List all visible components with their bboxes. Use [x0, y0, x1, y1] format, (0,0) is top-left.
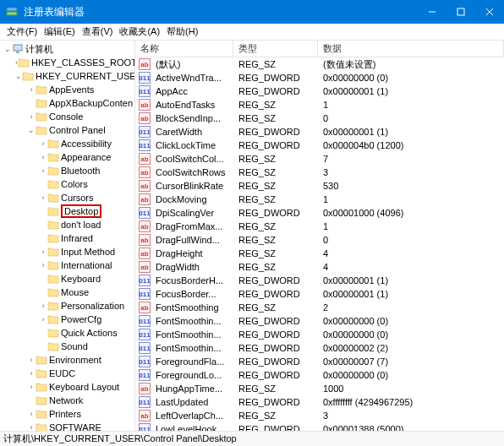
tree-node[interactable]: ⌄计算机: [0, 42, 134, 56]
tree-node[interactable]: ›AppEvents: [0, 83, 134, 96]
value-row[interactable]: ab(默认)REG_SZ(数值未设置): [135, 57, 504, 71]
value-row[interactable]: abCoolSwitchCol...REG_SZ7: [135, 152, 504, 166]
value-row[interactable]: abFontSmoothingREG_SZ2: [135, 301, 504, 314]
value-row[interactable]: abDragFromMax...REG_SZ1: [135, 220, 504, 233]
chevron-right-icon[interactable]: ›: [39, 247, 47, 256]
value-row[interactable]: abDragFullWind...REG_SZ0: [135, 233, 504, 247]
chevron-right-icon[interactable]: ›: [39, 302, 47, 310]
value-row[interactable]: 011AppAccREG_DWORD0x00000001 (1): [135, 84, 504, 98]
tree-node[interactable]: ›Appearance: [0, 150, 134, 164]
tree-pane[interactable]: ⌄计算机›HKEY_CLASSES_ROOT⌄HKEY_CURRENT_USER…: [0, 41, 135, 431]
value-row[interactable]: abDockMovingREG_SZ1: [135, 193, 504, 206]
chevron-right-icon[interactable]: ›: [39, 261, 47, 269]
value-row[interactable]: abCoolSwitchRowsREG_SZ3: [135, 166, 504, 179]
tree-node[interactable]: ›EUDC: [0, 367, 134, 380]
chevron-right-icon[interactable]: ›: [39, 193, 47, 202]
tree-node[interactable]: Infrared: [0, 231, 134, 245]
value-row[interactable]: abBlockSendInp...REG_SZ0: [135, 112, 504, 125]
tree-node[interactable]: ›Console: [0, 110, 134, 123]
tree-node[interactable]: ›Keyboard Layout: [0, 380, 134, 394]
value-row[interactable]: abCursorBlinkRateREG_SZ530: [135, 179, 504, 193]
tree-node[interactable]: ›Bluetooth: [0, 164, 134, 177]
value-row[interactable]: abLeftOverlapCh...REG_SZ3: [135, 409, 504, 422]
string-value-icon: ab: [139, 247, 151, 259]
tree-node[interactable]: don't load: [0, 218, 134, 231]
tree-node[interactable]: ⌄Control Panel: [0, 123, 134, 137]
tree-node[interactable]: Network: [0, 394, 134, 407]
chevron-right-icon[interactable]: ›: [27, 112, 36, 121]
value-type: REG_SZ: [233, 59, 318, 69]
chevron-right-icon[interactable]: ›: [27, 85, 36, 94]
tree-node[interactable]: ›Accessibility: [0, 137, 134, 150]
column-type[interactable]: 类型: [233, 41, 318, 57]
menu-file[interactable]: 文件(F): [3, 25, 41, 38]
value-type: REG_DWORD: [233, 289, 318, 299]
tree-node[interactable]: Quick Actions: [0, 326, 134, 340]
value-data: 4: [318, 248, 504, 258]
tree-node[interactable]: ›Input Method: [0, 245, 134, 258]
close-button[interactable]: [475, 0, 504, 24]
tree-node[interactable]: Colors: [0, 177, 134, 191]
value-row[interactable]: 011FontSmoothin...REG_DWORD0x00000002 (2…: [135, 341, 504, 355]
chevron-right-icon[interactable]: ›: [27, 410, 36, 418]
menu-help[interactable]: 帮助(H): [163, 25, 201, 38]
value-name: DragWidth: [151, 262, 233, 272]
tree-node[interactable]: ›SOFTWARE: [0, 421, 134, 431]
tree-node[interactable]: ›Printers: [0, 407, 134, 421]
tree-node[interactable]: ›Personalization: [0, 299, 134, 313]
value-row[interactable]: 011DpiScalingVerREG_DWORD0x00001000 (409…: [135, 206, 504, 220]
column-data[interactable]: 数据: [318, 41, 504, 57]
menu-view[interactable]: 查看(V): [79, 25, 117, 38]
maximize-button[interactable]: [446, 0, 475, 24]
tree-node-label: Cursors: [61, 193, 94, 203]
tree-node[interactable]: Desktop: [0, 204, 134, 218]
tree-node[interactable]: ›HKEY_CLASSES_ROOT: [0, 56, 134, 69]
value-row[interactable]: 011CaretWidthREG_DWORD0x00000001 (1): [135, 125, 504, 139]
tree-node[interactable]: Sound: [0, 340, 134, 353]
value-row[interactable]: abHungAppTime...REG_SZ1000: [135, 382, 504, 395]
menu-favorites[interactable]: 收藏夹(A): [116, 25, 163, 38]
value-row[interactable]: 011ActiveWndTra...REG_DWORD0x00000000 (0…: [135, 71, 504, 84]
value-row[interactable]: abDragHeightREG_SZ4: [135, 247, 504, 260]
tree-node[interactable]: ›International: [0, 258, 134, 272]
chevron-right-icon[interactable]: ›: [39, 315, 47, 324]
tree-node[interactable]: AppXBackupConten: [0, 96, 134, 110]
value-row[interactable]: 011FocusBorderH...REG_DWORD0x00000001 (1…: [135, 274, 504, 287]
chevron-right-icon[interactable]: ›: [39, 139, 47, 148]
value-type: REG_DWORD: [233, 316, 318, 326]
chevron-down-icon[interactable]: ⌄: [15, 72, 22, 80]
value-row[interactable]: abAutoEndTasksREG_SZ1: [135, 98, 504, 112]
value-type: REG_SZ: [233, 100, 318, 110]
value-type: REG_SZ: [233, 167, 318, 177]
chevron-right-icon[interactable]: ›: [27, 383, 36, 391]
value-row[interactable]: 011LastUpdatedREG_DWORD0xffffffff (42949…: [135, 395, 504, 409]
column-name[interactable]: 名称: [135, 41, 233, 57]
list-pane[interactable]: 名称 类型 数据 ab(默认)REG_SZ(数值未设置)011ActiveWnd…: [135, 41, 504, 431]
tree-node[interactable]: Mouse: [0, 286, 134, 299]
chevron-right-icon[interactable]: ›: [27, 369, 36, 378]
tree-node[interactable]: ⌄HKEY_CURRENT_USER: [0, 69, 134, 83]
chevron-right-icon[interactable]: ›: [27, 423, 36, 431]
value-row[interactable]: 011ForegroundLo...REG_DWORD0x00000000 (0…: [135, 368, 504, 382]
value-row[interactable]: 011LowLevelHook...REG_DWORD0x00001388 (5…: [135, 422, 504, 431]
value-row[interactable]: 011FontSmoothin...REG_DWORD0x00000000 (0…: [135, 328, 504, 341]
chevron-down-icon[interactable]: ⌄: [3, 45, 12, 53]
value-row[interactable]: 011FontSmoothin...REG_DWORD0x00000000 (0…: [135, 314, 504, 328]
value-row[interactable]: abDragWidthREG_SZ4: [135, 260, 504, 274]
tree-node[interactable]: Keyboard: [0, 272, 134, 286]
tree-node[interactable]: ›Environment: [0, 353, 134, 367]
chevron-right-icon[interactable]: ›: [39, 153, 47, 161]
chevron-down-icon[interactable]: ⌄: [27, 126, 36, 134]
chevron-right-icon[interactable]: ›: [39, 166, 47, 175]
value-row[interactable]: 011ForegroundFla...REG_DWORD0x00000007 (…: [135, 355, 504, 368]
minimize-button[interactable]: [418, 0, 446, 24]
menu-edit[interactable]: 编辑(E): [41, 25, 79, 38]
value-data: 0x00001388 (5000): [318, 424, 504, 431]
value-row[interactable]: 011ClickLockTimeREG_DWORD0x000004b0 (120…: [135, 139, 504, 152]
tree-node[interactable]: ›PowerCfg: [0, 313, 134, 326]
chevron-right-icon[interactable]: ›: [27, 356, 36, 364]
tree-node[interactable]: ›Cursors: [0, 191, 134, 204]
value-row[interactable]: 011FocusBorder...REG_DWORD0x00000001 (1): [135, 287, 504, 301]
value-name: ForegroundFla...: [151, 356, 233, 367]
dword-value-icon: 011: [139, 329, 151, 340]
